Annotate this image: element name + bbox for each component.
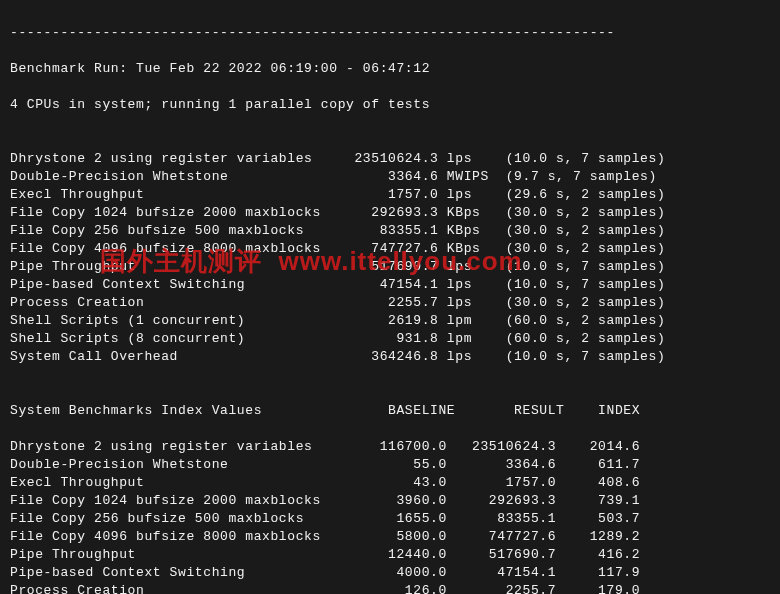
index-row: Dhrystone 2 using register variables 116… — [10, 438, 770, 456]
result-row: File Copy 256 bufsize 500 maxblocks 8335… — [10, 222, 770, 240]
result-row: Double-Precision Whetstone 3364.6 MWIPS … — [10, 168, 770, 186]
terminal-output: ----------------------------------------… — [0, 0, 780, 594]
result-row: File Copy 4096 bufsize 8000 maxblocks 74… — [10, 240, 770, 258]
index-row: Pipe-based Context Switching 4000.0 4715… — [10, 564, 770, 582]
index-row: Double-Precision Whetstone 55.0 3364.6 6… — [10, 456, 770, 474]
cpu-info-line: 4 CPUs in system; running 1 parallel cop… — [10, 96, 770, 114]
benchmark-run-line: Benchmark Run: Tue Feb 22 2022 06:19:00 … — [10, 60, 770, 78]
result-row: Pipe-based Context Switching 47154.1 lps… — [10, 276, 770, 294]
index-block: Dhrystone 2 using register variables 116… — [10, 438, 770, 594]
index-header: System Benchmarks Index Values BASELINE … — [10, 402, 770, 420]
index-row: Process Creation 126.0 2255.7 179.0 — [10, 582, 770, 594]
index-row: File Copy 1024 bufsize 2000 maxblocks 39… — [10, 492, 770, 510]
index-row: File Copy 4096 bufsize 8000 maxblocks 58… — [10, 528, 770, 546]
result-row: System Call Overhead 364246.8 lps (10.0 … — [10, 348, 770, 366]
index-row: Execl Throughput 43.0 1757.0 408.6 — [10, 474, 770, 492]
result-row: Dhrystone 2 using register variables 235… — [10, 150, 770, 168]
index-row: File Copy 256 bufsize 500 maxblocks 1655… — [10, 510, 770, 528]
result-row: Execl Throughput 1757.0 lps (29.6 s, 2 s… — [10, 186, 770, 204]
index-row: Pipe Throughput 12440.0 517690.7 416.2 — [10, 546, 770, 564]
divider-top: ----------------------------------------… — [10, 24, 770, 42]
result-row: File Copy 1024 bufsize 2000 maxblocks 29… — [10, 204, 770, 222]
result-row: Shell Scripts (8 concurrent) 931.8 lpm (… — [10, 330, 770, 348]
result-row: Process Creation 2255.7 lps (30.0 s, 2 s… — [10, 294, 770, 312]
result-row: Pipe Throughput 517690.7 lps (10.0 s, 7 … — [10, 258, 770, 276]
result-row: Shell Scripts (1 concurrent) 2619.8 lpm … — [10, 312, 770, 330]
results-block: Dhrystone 2 using register variables 235… — [10, 150, 770, 366]
